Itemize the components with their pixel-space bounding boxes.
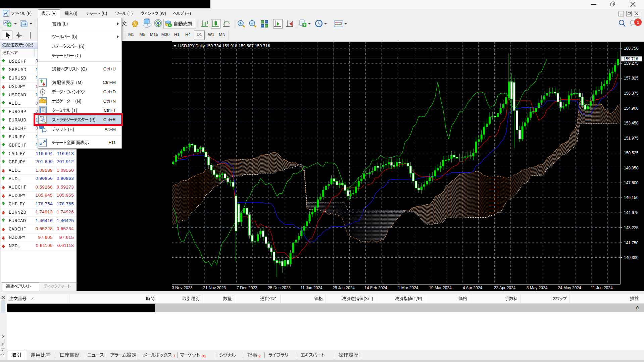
svg-text:1: 1 [637, 20, 639, 25]
svg-text:149.050: 149.050 [624, 166, 639, 170]
svg-text:8 May 2024: 8 May 2024 [527, 286, 548, 290]
svg-text:154.900: 154.900 [624, 106, 639, 111]
svg-text:157.825: 157.825 [624, 76, 639, 81]
svg-text:143.225: 143.225 [624, 225, 639, 230]
svg-text:160.750: 160.750 [624, 46, 639, 51]
svg-text:1 Mar 2024: 1 Mar 2024 [398, 286, 418, 290]
svg-text:153.450: 153.450 [624, 121, 639, 125]
svg-text:141.750: 141.750 [624, 241, 639, 245]
svg-text:24 May 2024: 24 May 2024 [558, 286, 581, 290]
svg-text:25 Dec 2023: 25 Dec 2023 [268, 286, 291, 290]
svg-text:146.150: 146.150 [624, 195, 639, 200]
svg-text:21 Nov 2023: 21 Nov 2023 [203, 286, 226, 290]
svg-text:22 Apr 2024: 22 Apr 2024 [494, 286, 516, 290]
svg-text:159.275: 159.275 [624, 61, 639, 66]
svg-text:144.675: 144.675 [624, 210, 639, 215]
svg-text:140.300: 140.300 [624, 255, 639, 260]
svg-text:USDJPY,Daily 159.734 159.918: USDJPY,Daily 159.734 159.918 159.587 159… [178, 44, 270, 48]
svg-text:11 Jun 2024: 11 Jun 2024 [591, 286, 612, 290]
svg-text:19 Mar 2024: 19 Mar 2024 [429, 286, 452, 290]
svg-text:14 Feb 2024: 14 Feb 2024 [364, 286, 387, 290]
svg-text:147.600: 147.600 [624, 180, 639, 185]
svg-text:156.375: 156.375 [624, 91, 639, 96]
svg-text:150.525: 150.525 [624, 151, 639, 155]
svg-text:4 Apr 2024: 4 Apr 2024 [463, 286, 482, 290]
svg-text:3 Nov 2023: 3 Nov 2023 [172, 286, 193, 290]
svg-text:11 Jan 2024: 11 Jan 2024 [300, 286, 322, 290]
svg-text:151.975: 151.975 [624, 136, 639, 141]
svg-text:29 Jan 2024: 29 Jan 2024 [333, 286, 355, 290]
svg-text:7 Dec 2023: 7 Dec 2023 [237, 286, 257, 290]
svg-text:159.716: 159.716 [624, 57, 638, 61]
